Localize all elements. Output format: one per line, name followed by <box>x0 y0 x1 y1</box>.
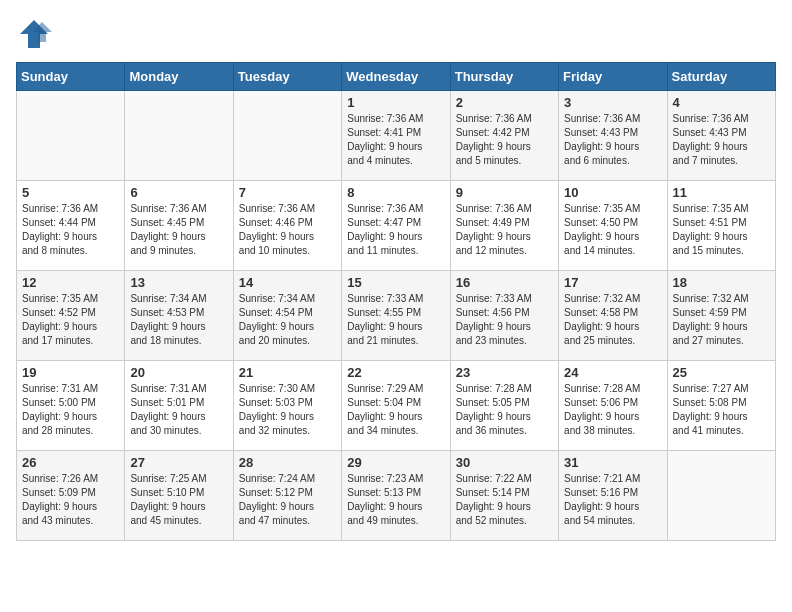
calendar-cell: 21Sunrise: 7:30 AM Sunset: 5:03 PM Dayli… <box>233 361 341 451</box>
day-number: 8 <box>347 185 444 200</box>
calendar-cell: 7Sunrise: 7:36 AM Sunset: 4:46 PM Daylig… <box>233 181 341 271</box>
cell-info: Sunrise: 7:35 AM Sunset: 4:52 PM Dayligh… <box>22 292 119 348</box>
weekday-header: Friday <box>559 63 667 91</box>
calendar-cell: 13Sunrise: 7:34 AM Sunset: 4:53 PM Dayli… <box>125 271 233 361</box>
calendar-cell: 15Sunrise: 7:33 AM Sunset: 4:55 PM Dayli… <box>342 271 450 361</box>
calendar-week-row: 26Sunrise: 7:26 AM Sunset: 5:09 PM Dayli… <box>17 451 776 541</box>
day-number: 21 <box>239 365 336 380</box>
day-number: 18 <box>673 275 770 290</box>
cell-info: Sunrise: 7:32 AM Sunset: 4:58 PM Dayligh… <box>564 292 661 348</box>
day-number: 29 <box>347 455 444 470</box>
day-number: 14 <box>239 275 336 290</box>
cell-info: Sunrise: 7:21 AM Sunset: 5:16 PM Dayligh… <box>564 472 661 528</box>
day-number: 20 <box>130 365 227 380</box>
calendar-cell: 28Sunrise: 7:24 AM Sunset: 5:12 PM Dayli… <box>233 451 341 541</box>
weekday-header: Sunday <box>17 63 125 91</box>
calendar-cell: 19Sunrise: 7:31 AM Sunset: 5:00 PM Dayli… <box>17 361 125 451</box>
calendar-cell: 17Sunrise: 7:32 AM Sunset: 4:58 PM Dayli… <box>559 271 667 361</box>
cell-info: Sunrise: 7:36 AM Sunset: 4:47 PM Dayligh… <box>347 202 444 258</box>
day-number: 4 <box>673 95 770 110</box>
calendar-cell: 16Sunrise: 7:33 AM Sunset: 4:56 PM Dayli… <box>450 271 558 361</box>
calendar-cell: 20Sunrise: 7:31 AM Sunset: 5:01 PM Dayli… <box>125 361 233 451</box>
day-number: 12 <box>22 275 119 290</box>
day-number: 6 <box>130 185 227 200</box>
calendar-cell: 24Sunrise: 7:28 AM Sunset: 5:06 PM Dayli… <box>559 361 667 451</box>
day-number: 23 <box>456 365 553 380</box>
weekday-row: SundayMondayTuesdayWednesdayThursdayFrid… <box>17 63 776 91</box>
logo-icon <box>16 16 52 52</box>
day-number: 11 <box>673 185 770 200</box>
calendar-week-row: 1Sunrise: 7:36 AM Sunset: 4:41 PM Daylig… <box>17 91 776 181</box>
day-number: 7 <box>239 185 336 200</box>
calendar-cell: 23Sunrise: 7:28 AM Sunset: 5:05 PM Dayli… <box>450 361 558 451</box>
calendar-cell: 12Sunrise: 7:35 AM Sunset: 4:52 PM Dayli… <box>17 271 125 361</box>
calendar-cell <box>125 91 233 181</box>
logo <box>16 16 58 52</box>
calendar-cell: 10Sunrise: 7:35 AM Sunset: 4:50 PM Dayli… <box>559 181 667 271</box>
calendar-cell: 2Sunrise: 7:36 AM Sunset: 4:42 PM Daylig… <box>450 91 558 181</box>
calendar-cell <box>17 91 125 181</box>
day-number: 19 <box>22 365 119 380</box>
day-number: 9 <box>456 185 553 200</box>
weekday-header: Wednesday <box>342 63 450 91</box>
cell-info: Sunrise: 7:36 AM Sunset: 4:43 PM Dayligh… <box>564 112 661 168</box>
calendar-cell: 26Sunrise: 7:26 AM Sunset: 5:09 PM Dayli… <box>17 451 125 541</box>
cell-info: Sunrise: 7:22 AM Sunset: 5:14 PM Dayligh… <box>456 472 553 528</box>
calendar-cell: 1Sunrise: 7:36 AM Sunset: 4:41 PM Daylig… <box>342 91 450 181</box>
cell-info: Sunrise: 7:34 AM Sunset: 4:53 PM Dayligh… <box>130 292 227 348</box>
cell-info: Sunrise: 7:36 AM Sunset: 4:41 PM Dayligh… <box>347 112 444 168</box>
cell-info: Sunrise: 7:27 AM Sunset: 5:08 PM Dayligh… <box>673 382 770 438</box>
calendar-table: SundayMondayTuesdayWednesdayThursdayFrid… <box>16 62 776 541</box>
calendar-cell: 27Sunrise: 7:25 AM Sunset: 5:10 PM Dayli… <box>125 451 233 541</box>
calendar-cell <box>667 451 775 541</box>
day-number: 10 <box>564 185 661 200</box>
calendar-body: 1Sunrise: 7:36 AM Sunset: 4:41 PM Daylig… <box>17 91 776 541</box>
cell-info: Sunrise: 7:36 AM Sunset: 4:44 PM Dayligh… <box>22 202 119 258</box>
cell-info: Sunrise: 7:28 AM Sunset: 5:06 PM Dayligh… <box>564 382 661 438</box>
cell-info: Sunrise: 7:36 AM Sunset: 4:45 PM Dayligh… <box>130 202 227 258</box>
day-number: 15 <box>347 275 444 290</box>
weekday-header: Monday <box>125 63 233 91</box>
cell-info: Sunrise: 7:33 AM Sunset: 4:56 PM Dayligh… <box>456 292 553 348</box>
calendar-cell: 3Sunrise: 7:36 AM Sunset: 4:43 PM Daylig… <box>559 91 667 181</box>
cell-info: Sunrise: 7:36 AM Sunset: 4:49 PM Dayligh… <box>456 202 553 258</box>
day-number: 30 <box>456 455 553 470</box>
calendar-cell: 25Sunrise: 7:27 AM Sunset: 5:08 PM Dayli… <box>667 361 775 451</box>
day-number: 17 <box>564 275 661 290</box>
calendar-cell: 14Sunrise: 7:34 AM Sunset: 4:54 PM Dayli… <box>233 271 341 361</box>
calendar-cell: 31Sunrise: 7:21 AM Sunset: 5:16 PM Dayli… <box>559 451 667 541</box>
cell-info: Sunrise: 7:30 AM Sunset: 5:03 PM Dayligh… <box>239 382 336 438</box>
cell-info: Sunrise: 7:34 AM Sunset: 4:54 PM Dayligh… <box>239 292 336 348</box>
day-number: 24 <box>564 365 661 380</box>
calendar-cell: 5Sunrise: 7:36 AM Sunset: 4:44 PM Daylig… <box>17 181 125 271</box>
page-header <box>16 16 776 52</box>
cell-info: Sunrise: 7:36 AM Sunset: 4:46 PM Dayligh… <box>239 202 336 258</box>
day-number: 22 <box>347 365 444 380</box>
calendar-cell: 29Sunrise: 7:23 AM Sunset: 5:13 PM Dayli… <box>342 451 450 541</box>
day-number: 3 <box>564 95 661 110</box>
day-number: 25 <box>673 365 770 380</box>
cell-info: Sunrise: 7:28 AM Sunset: 5:05 PM Dayligh… <box>456 382 553 438</box>
cell-info: Sunrise: 7:31 AM Sunset: 5:01 PM Dayligh… <box>130 382 227 438</box>
weekday-header: Thursday <box>450 63 558 91</box>
day-number: 13 <box>130 275 227 290</box>
day-number: 31 <box>564 455 661 470</box>
cell-info: Sunrise: 7:31 AM Sunset: 5:00 PM Dayligh… <box>22 382 119 438</box>
calendar-header: SundayMondayTuesdayWednesdayThursdayFrid… <box>17 63 776 91</box>
calendar-cell: 11Sunrise: 7:35 AM Sunset: 4:51 PM Dayli… <box>667 181 775 271</box>
calendar-cell: 4Sunrise: 7:36 AM Sunset: 4:43 PM Daylig… <box>667 91 775 181</box>
day-number: 27 <box>130 455 227 470</box>
cell-info: Sunrise: 7:33 AM Sunset: 4:55 PM Dayligh… <box>347 292 444 348</box>
cell-info: Sunrise: 7:25 AM Sunset: 5:10 PM Dayligh… <box>130 472 227 528</box>
cell-info: Sunrise: 7:35 AM Sunset: 4:51 PM Dayligh… <box>673 202 770 258</box>
weekday-header: Saturday <box>667 63 775 91</box>
day-number: 1 <box>347 95 444 110</box>
cell-info: Sunrise: 7:35 AM Sunset: 4:50 PM Dayligh… <box>564 202 661 258</box>
cell-info: Sunrise: 7:36 AM Sunset: 4:43 PM Dayligh… <box>673 112 770 168</box>
calendar-cell: 22Sunrise: 7:29 AM Sunset: 5:04 PM Dayli… <box>342 361 450 451</box>
cell-info: Sunrise: 7:26 AM Sunset: 5:09 PM Dayligh… <box>22 472 119 528</box>
weekday-header: Tuesday <box>233 63 341 91</box>
cell-info: Sunrise: 7:36 AM Sunset: 4:42 PM Dayligh… <box>456 112 553 168</box>
cell-info: Sunrise: 7:23 AM Sunset: 5:13 PM Dayligh… <box>347 472 444 528</box>
calendar-week-row: 19Sunrise: 7:31 AM Sunset: 5:00 PM Dayli… <box>17 361 776 451</box>
